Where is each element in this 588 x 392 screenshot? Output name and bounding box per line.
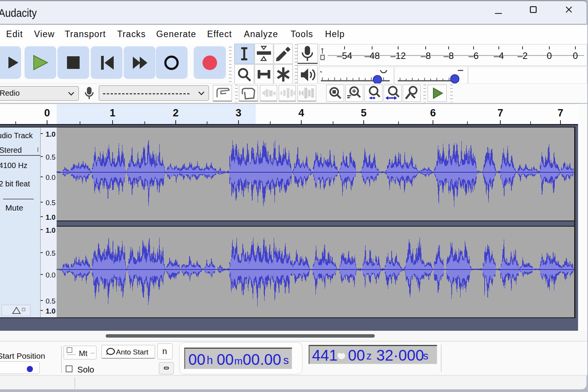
svg-text:–8: –8 [444,51,454,61]
svg-text:–54: –54 [337,51,352,61]
svg-text:0: 0 [573,51,578,61]
svg-text:–4: –4 [494,51,504,61]
svg-text:–12: –12 [390,51,406,61]
svg-text:–6: –6 [469,51,479,61]
svg-text:–48: –48 [364,51,380,61]
svg-text:–8: –8 [421,51,431,61]
svg-text:–2: –2 [518,51,528,61]
svg-text:0: 0 [547,51,552,61]
